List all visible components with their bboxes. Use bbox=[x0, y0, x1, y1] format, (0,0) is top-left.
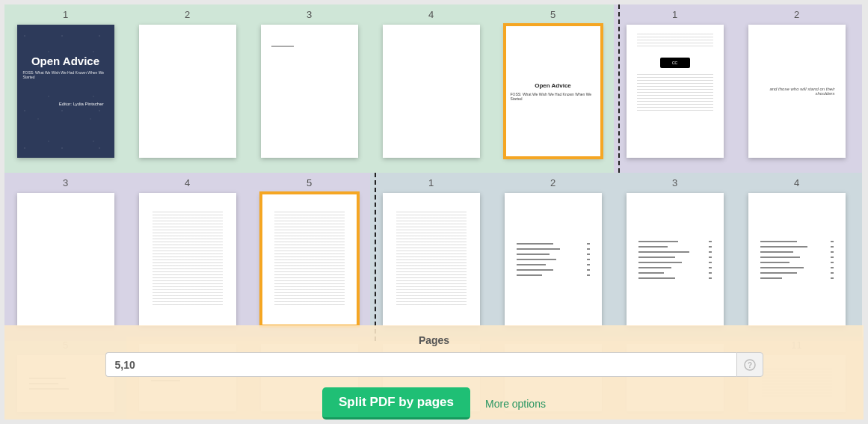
page-thumbnail[interactable]: CC bbox=[627, 25, 724, 158]
pages-input[interactable] bbox=[105, 352, 736, 377]
toc-block bbox=[638, 241, 712, 279]
page-number: 2 bbox=[550, 177, 555, 188]
page-number: 4 bbox=[794, 177, 799, 188]
page-thumbnail[interactable] bbox=[139, 25, 236, 158]
svg-text:?: ? bbox=[747, 361, 751, 369]
page-cell: 2 bbox=[492, 173, 614, 341]
page-number: 3 bbox=[63, 177, 68, 188]
page-number: 1 bbox=[672, 9, 677, 20]
page-thumbnail[interactable] bbox=[383, 193, 480, 326]
page-cell: 5 bbox=[248, 173, 370, 341]
page-cell: 3 bbox=[248, 4, 370, 173]
page-thumbnail[interactable] bbox=[139, 193, 236, 326]
titlepage-title: Open Advice bbox=[535, 82, 571, 89]
split-divider[interactable] bbox=[618, 4, 620, 173]
toc-block bbox=[517, 243, 590, 276]
split-pdf-button[interactable]: Split PDF by pages bbox=[322, 387, 470, 420]
pages-label: Pages bbox=[419, 334, 449, 346]
more-options-link[interactable]: More options bbox=[485, 398, 546, 410]
page-cell: 4 bbox=[126, 173, 248, 341]
text-block bbox=[396, 212, 467, 307]
help-icon: ? bbox=[744, 359, 756, 371]
segment-purple: 3 4 5 bbox=[4, 173, 370, 341]
page-number: 5 bbox=[307, 177, 312, 188]
page-thumbnail[interactable] bbox=[748, 193, 846, 326]
page-thumbnail[interactable] bbox=[627, 193, 724, 326]
page-thumbnail[interactable]: and those who will stand on their should… bbox=[748, 25, 846, 158]
page-thumbnail-cover[interactable]: Open Advice FOSS: What We Wish We Had Kn… bbox=[17, 25, 114, 158]
page-number: 2 bbox=[794, 9, 799, 20]
thumbnail-row-1: 1 Open Advice FOSS: What We Wish We Had … bbox=[4, 4, 864, 173]
page-cell: 1 CC bbox=[614, 4, 736, 173]
page-number: 1 bbox=[63, 9, 68, 20]
page-cell: 5 Open Advice FOSS: What We Wish We Had … bbox=[492, 4, 614, 173]
pages-input-row: ? bbox=[105, 352, 763, 377]
page-number: 2 bbox=[185, 9, 190, 20]
page-cell: 1 bbox=[370, 173, 492, 341]
page-number: 3 bbox=[307, 9, 312, 20]
page-number: 3 bbox=[672, 177, 677, 188]
page-thumbnail[interactable] bbox=[383, 25, 480, 158]
split-control-panel: Pages ? Split PDF by pages More options bbox=[4, 325, 864, 420]
cc-license-badge: CC bbox=[660, 58, 690, 68]
segment-green: 1 Open Advice FOSS: What We Wish We Had … bbox=[4, 4, 614, 173]
text-block bbox=[637, 34, 713, 49]
page-thumbnail-selected[interactable] bbox=[261, 193, 358, 326]
segment-purple: 1 CC 2 and those who will stand on their… bbox=[614, 4, 862, 173]
cover-subtitle: FOSS: What We Wish We Had Known When We … bbox=[23, 70, 108, 79]
page-number: 1 bbox=[428, 177, 434, 188]
page-thumbnail[interactable] bbox=[17, 193, 114, 326]
dedication-quote: and those who will stand on their should… bbox=[759, 87, 835, 96]
toc-block bbox=[760, 241, 834, 279]
page-cell: 2 bbox=[126, 4, 248, 173]
page-cell: 4 bbox=[370, 4, 492, 173]
page-thumbnail[interactable] bbox=[505, 193, 602, 326]
action-row: Split PDF by pages More options bbox=[322, 387, 546, 420]
thumbnail-row-2: 3 4 5 1 bbox=[4, 173, 864, 341]
page-cell: 3 bbox=[614, 173, 736, 341]
page-cell: 4 bbox=[736, 173, 858, 341]
segment-blue: 1 2 bbox=[370, 173, 862, 341]
cover-editor: Editor: Lydia Pintscher bbox=[59, 102, 104, 106]
split-divider[interactable] bbox=[375, 173, 376, 341]
text-block bbox=[274, 212, 345, 307]
page-number: 5 bbox=[550, 9, 555, 20]
page-cell: 1 Open Advice FOSS: What We Wish We Had … bbox=[4, 4, 126, 173]
page-thumbnail[interactable] bbox=[261, 25, 358, 158]
text-block bbox=[637, 74, 713, 111]
page-number: 4 bbox=[185, 177, 190, 188]
page-cell: 2 and those who will stand on their shou… bbox=[736, 4, 858, 173]
page-thumbnail-selected[interactable]: Open Advice FOSS: What We Wish We Had Kn… bbox=[505, 25, 602, 158]
help-button[interactable]: ? bbox=[736, 352, 763, 377]
titlepage-subtitle: FOSS: What We Wish We Had Known When We … bbox=[511, 92, 596, 101]
cover-title: Open Advice bbox=[31, 55, 99, 67]
text-block bbox=[153, 212, 223, 307]
page-number: 4 bbox=[428, 9, 434, 20]
page-cell: 3 bbox=[4, 173, 126, 341]
